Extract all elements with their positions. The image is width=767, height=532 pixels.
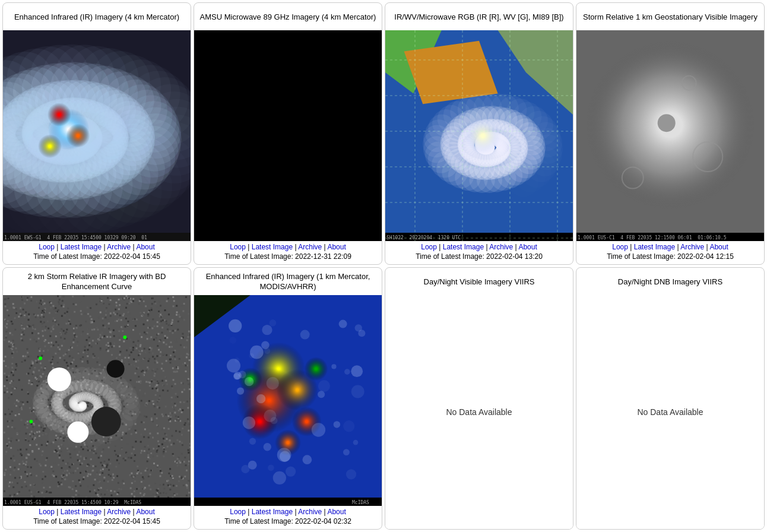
card-ir1km-links: Loop | Latest Image | Archive | About bbox=[194, 506, 382, 517]
card-vis1km: Storm Relative 1 km Geostationary Visibl… bbox=[576, 2, 765, 265]
card-vis1km-image bbox=[576, 30, 764, 241]
ir2km-archive-link[interactable]: Archive bbox=[107, 508, 131, 516]
rgb-latest-link[interactable]: Latest Image bbox=[443, 243, 484, 251]
ir2km-loop-link[interactable]: Loop bbox=[39, 508, 55, 516]
card-rgb: IR/WV/Microwave RGB (IR [R], WV [G], MI8… bbox=[385, 2, 573, 265]
card-ir2km-image bbox=[3, 295, 191, 506]
rgb-canvas bbox=[385, 30, 573, 241]
amsu-about-link[interactable]: About bbox=[327, 243, 346, 251]
card-vis-viirs-title: Day/Night Visible Imagery VIIRS bbox=[385, 268, 573, 295]
ir4km-canvas bbox=[3, 30, 191, 241]
card-rgb-image bbox=[385, 30, 573, 241]
card-ir4km-time: Time of Latest Image: 2022-02-04 15:45 bbox=[3, 252, 191, 264]
card-amsu: AMSU Microwave 89 GHz Imagery (4 km Merc… bbox=[194, 2, 382, 265]
card-ir2km-links: Loop | Latest Image | Archive | About bbox=[3, 506, 191, 517]
amsu-archive-link[interactable]: Archive bbox=[298, 243, 322, 251]
vis1km-about-link[interactable]: About bbox=[709, 243, 728, 251]
card-ir1km-title: Enhanced Infrared (IR) Imagery (1 km Mer… bbox=[194, 268, 382, 295]
ir2km-about-link[interactable]: About bbox=[136, 508, 154, 516]
rgb-about-link[interactable]: About bbox=[518, 243, 537, 251]
card-vis1km-title: Storm Relative 1 km Geostationary Visibl… bbox=[576, 3, 764, 30]
main-grid: Enhanced Infrared (IR) Imagery (4 km Mer… bbox=[0, 0, 767, 532]
card-amsu-time: Time of Latest Image: 2022-12-31 22:09 bbox=[194, 252, 382, 264]
amsu-loop-link[interactable]: Loop bbox=[230, 243, 246, 251]
vis-canvas bbox=[576, 30, 764, 241]
ir2km-canvas bbox=[3, 295, 191, 506]
card-ir4km: Enhanced Infrared (IR) Imagery (4 km Mer… bbox=[2, 2, 191, 265]
card-amsu-links: Loop | Latest Image | Archive | About bbox=[194, 241, 382, 252]
card-ir1km-image bbox=[194, 295, 382, 506]
ir1km-loop-link[interactable]: Loop bbox=[230, 508, 246, 516]
ir1km-canvas bbox=[194, 295, 382, 506]
card-ir2km: 2 km Storm Relative IR Imagery with BD E… bbox=[2, 267, 191, 530]
card-ir2km-title: 2 km Storm Relative IR Imagery with BD E… bbox=[3, 268, 191, 295]
card-vis1km-links: Loop | Latest Image | Archive | About bbox=[576, 241, 764, 252]
ir1km-archive-link[interactable]: Archive bbox=[298, 508, 322, 516]
card-ir1km-time: Time of Latest Image: 2022-02-04 02:32 bbox=[194, 517, 382, 529]
ir2km-latest-link[interactable]: Latest Image bbox=[61, 508, 102, 516]
vis1km-loop-link[interactable]: Loop bbox=[612, 243, 628, 251]
rgb-archive-link[interactable]: Archive bbox=[489, 243, 513, 251]
card-ir4km-image bbox=[3, 30, 191, 241]
ir1km-about-link[interactable]: About bbox=[327, 508, 346, 516]
card-rgb-title: IR/WV/Microwave RGB (IR [R], WV [G], MI8… bbox=[385, 3, 573, 30]
card-vis1km-time: Time of Latest Image: 2022-02-04 12:15 bbox=[576, 252, 764, 264]
card-amsu-title: AMSU Microwave 89 GHz Imagery (4 km Merc… bbox=[194, 3, 382, 30]
card-ir4km-title: Enhanced Infrared (IR) Imagery (4 km Mer… bbox=[3, 3, 191, 30]
card-ir2km-time: Time of Latest Image: 2022-02-04 15:45 bbox=[3, 517, 191, 529]
card-rgb-time: Time of Latest Image: 2022-02-04 13:20 bbox=[385, 252, 573, 264]
card-ir1km: Enhanced Infrared (IR) Imagery (1 km Mer… bbox=[194, 267, 382, 530]
card-amsu-image bbox=[194, 30, 382, 241]
ir4km-about-link[interactable]: About bbox=[136, 243, 154, 251]
card-dnb-viirs-title: Day/Night DNB Imagery VIIRS bbox=[576, 268, 764, 295]
card-vis-viirs-nodata: No Data Available bbox=[385, 295, 573, 529]
amsu-latest-link[interactable]: Latest Image bbox=[252, 243, 293, 251]
card-rgb-links: Loop | Latest Image | Archive | About bbox=[385, 241, 573, 252]
ir1km-latest-link[interactable]: Latest Image bbox=[252, 508, 293, 516]
ir4km-latest-link[interactable]: Latest Image bbox=[61, 243, 102, 251]
card-ir4km-links: Loop | Latest Image | Archive | About bbox=[3, 241, 191, 252]
card-vis-viirs: Day/Night Visible Imagery VIIRS No Data … bbox=[385, 267, 573, 530]
card-dnb-viirs-nodata: No Data Available bbox=[576, 295, 764, 529]
ir4km-archive-link[interactable]: Archive bbox=[107, 243, 131, 251]
card-dnb-viirs: Day/Night DNB Imagery VIIRS No Data Avai… bbox=[576, 267, 765, 530]
vis1km-latest-link[interactable]: Latest Image bbox=[634, 243, 675, 251]
rgb-loop-link[interactable]: Loop bbox=[421, 243, 437, 251]
vis1km-archive-link[interactable]: Archive bbox=[680, 243, 704, 251]
ir4km-loop-link[interactable]: Loop bbox=[39, 243, 55, 251]
